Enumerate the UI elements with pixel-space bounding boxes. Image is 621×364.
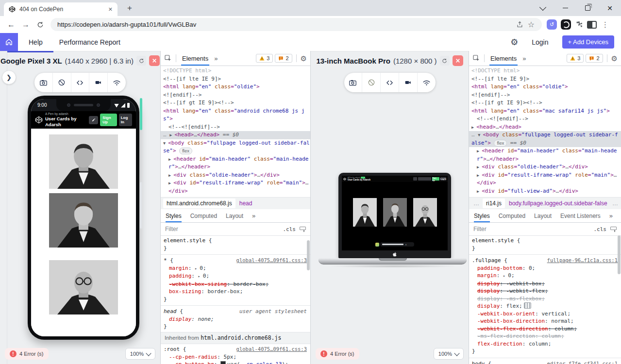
styles-filter-input[interactable]: Filter xyxy=(473,226,590,232)
back-icon[interactable]: ← xyxy=(4,17,18,32)
tab-elements[interactable]: Elements xyxy=(180,51,210,66)
tab-layout[interactable]: Layout xyxy=(226,213,243,219)
device-action-toolbar xyxy=(34,73,126,92)
device-close-button[interactable] xyxy=(149,55,160,66)
toast-close-icon[interactable]: ✕ xyxy=(405,243,407,246)
styles-scrollbar-thumb[interactable] xyxy=(618,235,621,274)
share-icon[interactable] xyxy=(514,19,525,31)
bookmark-star-icon[interactable]: ☆ xyxy=(525,19,537,31)
breadcrumb-html[interactable]: html.android.chrome68.js xyxy=(163,199,235,208)
nav-help[interactable]: Help xyxy=(29,38,43,46)
error-count-badge[interactable]: ! 4 Error (s) xyxy=(5,348,49,360)
device-refresh-icon[interactable] xyxy=(136,56,146,66)
user-photo-3 xyxy=(49,260,118,314)
extensions-puzzle-icon[interactable] xyxy=(575,20,583,29)
elements-tree[interactable]: <!DOCTYPE html><!--[if lte IE 9]><html l… xyxy=(161,66,310,197)
video-record-icon[interactable] xyxy=(89,73,108,92)
close-button[interactable]: ✕ xyxy=(599,0,621,16)
phone-camera-dot xyxy=(67,103,70,107)
user-photo-2 xyxy=(383,198,407,227)
breadcrumb-overflow[interactable]: … xyxy=(471,200,481,207)
elements-tree[interactable]: <!DOCTYPE html><!--[if lte IE 9]><html l… xyxy=(469,66,621,197)
user-photo-1 xyxy=(353,198,377,227)
login-link[interactable]: Login xyxy=(532,38,548,46)
devtools-settings-gear-icon[interactable]: ⚙ xyxy=(611,55,618,62)
styles-filter-input[interactable]: Filter xyxy=(165,226,279,232)
more-style-tabs-chevron[interactable]: » xyxy=(252,212,255,219)
minimize-button[interactable] xyxy=(554,0,576,16)
styles-pane[interactable]: element.style {}global-4075…09f61.css:3*… xyxy=(161,236,310,364)
cls-toggle[interactable]: .cls xyxy=(594,226,607,232)
styles-pane[interactable]: element.style {}fullpage-96…f1c1a.css:1.… xyxy=(469,236,621,364)
more-tabs-chevron[interactable]: » xyxy=(214,55,218,62)
nav-performance-report[interactable]: Performance Report xyxy=(59,38,120,46)
devtools-header: Elements » 3 2 ⚙ xyxy=(161,51,310,66)
status-time: 9:00 xyxy=(37,102,47,108)
element-state-icon[interactable] xyxy=(300,227,306,232)
sign-up-button[interactable]: Sign Up xyxy=(100,114,117,126)
url-bar[interactable]: https://codepen.io/adarsh-gupta101/full/… xyxy=(50,18,542,31)
screenshot-camera-icon[interactable] xyxy=(34,73,53,92)
side-panel-icon[interactable] xyxy=(587,21,597,29)
tab-computed[interactable]: Computed xyxy=(190,213,217,219)
tab-computed[interactable]: Computed xyxy=(499,213,525,219)
devtools-settings-gear-icon[interactable]: ⚙ xyxy=(301,55,307,62)
tab-elements[interactable]: Elements xyxy=(488,51,519,66)
warnings-badge[interactable]: 3 xyxy=(567,54,584,63)
issues-badge[interactable]: 2 xyxy=(586,54,603,63)
edit-pen-button[interactable] xyxy=(89,116,98,124)
refresh-icon[interactable] xyxy=(33,17,48,32)
wifi-icon[interactable] xyxy=(108,73,126,92)
more-tabs-chevron[interactable]: » xyxy=(522,55,526,62)
log-in-button[interactable]: Log In xyxy=(119,114,132,126)
zoom-select[interactable]: 100% xyxy=(125,348,155,360)
extension-icon-purple[interactable]: ↺ xyxy=(547,19,557,30)
more-style-tabs-chevron[interactable]: » xyxy=(609,212,613,219)
browser-menu-chevron-icon[interactable] xyxy=(532,0,554,16)
apple-logo-icon xyxy=(393,252,397,257)
log-in-button[interactable]: Log In xyxy=(440,177,446,181)
tab-layout[interactable]: Layout xyxy=(534,213,552,219)
edit-pen-button[interactable] xyxy=(413,177,417,181)
warnings-badge[interactable]: 3 xyxy=(256,54,273,63)
codepen-toast[interactable]: ✕ xyxy=(375,242,414,247)
tab-event-listeners[interactable]: Event Listeners xyxy=(560,213,601,219)
breadcrumb-body[interactable]: body.fullpage.logged-out.sidebar-false xyxy=(506,199,610,208)
tab-styles[interactable]: Styles xyxy=(474,209,490,222)
inspect-element-icon[interactable] xyxy=(164,54,172,62)
element-state-icon[interactable] xyxy=(610,227,617,232)
browser-window: 404 on CodePen ✕ + ✕ ← → https://codepen… xyxy=(0,0,621,364)
emulator-scrollbar[interactable] xyxy=(140,182,142,229)
styles-scrollbar-thumb[interactable] xyxy=(307,240,310,270)
issues-badge[interactable]: 2 xyxy=(275,54,292,63)
settings-gear-icon[interactable]: ⚙ xyxy=(510,38,518,47)
forward-icon[interactable]: → xyxy=(18,17,33,32)
browser-kebab-menu-icon[interactable]: ⋮ xyxy=(602,20,609,29)
breadcrumb-overflow-right[interactable]: … xyxy=(612,200,621,207)
emulator-scrollbar-active[interactable] xyxy=(140,98,142,130)
phone-camera-dot xyxy=(97,103,100,107)
tab-close-icon[interactable]: ✕ xyxy=(108,6,113,13)
inspect-element-icon[interactable] xyxy=(472,54,480,62)
extension-icon-dark[interactable] xyxy=(561,19,571,30)
disable-icon[interactable] xyxy=(53,73,71,92)
new-tab-button[interactable]: + xyxy=(123,2,136,15)
user-photo-1 xyxy=(49,134,118,189)
error-count-badge[interactable]: ! 4 Error (s) xyxy=(316,348,359,360)
add-devices-button[interactable]: + Add Devices xyxy=(562,35,614,49)
url-text[interactable]: https://codepen.io/adarsh-gupta101/full/… xyxy=(57,21,514,28)
cls-toggle[interactable]: .cls xyxy=(283,226,296,232)
code-icon[interactable] xyxy=(71,73,90,92)
tab-styles[interactable]: Styles xyxy=(166,209,182,222)
breadcrumb-head[interactable]: head xyxy=(237,199,255,208)
app-toolbar: Help Performance Report ⚙ Login + Add De… xyxy=(0,33,621,51)
zoom-select[interactable]: 100% xyxy=(434,348,464,360)
panel-expander-chevron[interactable]: ❯ xyxy=(2,70,16,84)
browser-tab[interactable]: 404 on CodePen ✕ xyxy=(4,2,117,16)
sign-up-button[interactable]: Sign Up xyxy=(432,177,439,181)
restore-button[interactable] xyxy=(576,0,599,16)
breadcrumb-html[interactable]: ri14.js xyxy=(483,199,505,208)
header-button[interactable] xyxy=(418,177,431,181)
home-button[interactable] xyxy=(0,33,18,51)
error-icon: ! xyxy=(320,350,327,357)
